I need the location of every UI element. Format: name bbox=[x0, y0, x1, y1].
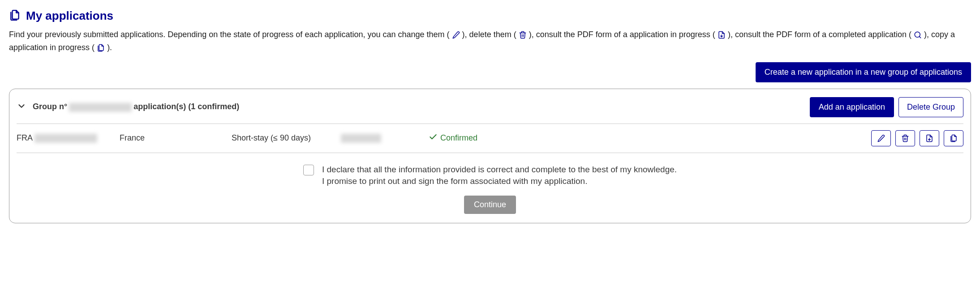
edit-button[interactable] bbox=[871, 130, 891, 146]
application-date bbox=[339, 134, 429, 143]
pencil-icon bbox=[452, 30, 462, 39]
search-icon bbox=[914, 30, 924, 39]
application-row: FRA France Short-stay (≤ 90 days) Confir… bbox=[17, 124, 963, 153]
delete-group-button[interactable]: Delete Group bbox=[898, 97, 963, 117]
group-title: Group n°application(s) (1 confirmed) bbox=[33, 102, 239, 111]
declaration-text: I declare that all the information provi… bbox=[322, 164, 677, 188]
redacted-group-id bbox=[69, 103, 132, 112]
pdf-icon bbox=[718, 30, 728, 39]
delete-button[interactable] bbox=[895, 130, 915, 146]
create-group-button[interactable]: Create a new application in a new group … bbox=[756, 62, 971, 82]
trash-icon bbox=[519, 30, 529, 39]
pdf-button[interactable] bbox=[920, 130, 939, 146]
page-title: My applications bbox=[26, 9, 113, 23]
application-country: France bbox=[120, 133, 232, 143]
documents-icon bbox=[9, 9, 21, 23]
application-stay-type: Short-stay (≤ 90 days) bbox=[232, 133, 339, 143]
copy-icon bbox=[97, 43, 107, 52]
declaration-checkbox[interactable] bbox=[303, 165, 314, 175]
svg-line-2 bbox=[920, 37, 921, 38]
group-container: Group n°application(s) (1 confirmed) Add… bbox=[9, 89, 971, 223]
application-status: Confirmed bbox=[429, 132, 871, 144]
application-reference: FRA bbox=[17, 133, 120, 143]
redacted-reference bbox=[34, 134, 97, 143]
add-application-button[interactable]: Add an application bbox=[810, 97, 894, 117]
check-icon bbox=[429, 132, 438, 144]
intro-text: Find your previously submitted applicati… bbox=[9, 28, 971, 54]
redacted-date bbox=[341, 134, 381, 143]
copy-button[interactable] bbox=[944, 130, 963, 146]
continue-button[interactable]: Continue bbox=[464, 196, 516, 214]
chevron-down-icon[interactable] bbox=[17, 101, 26, 113]
